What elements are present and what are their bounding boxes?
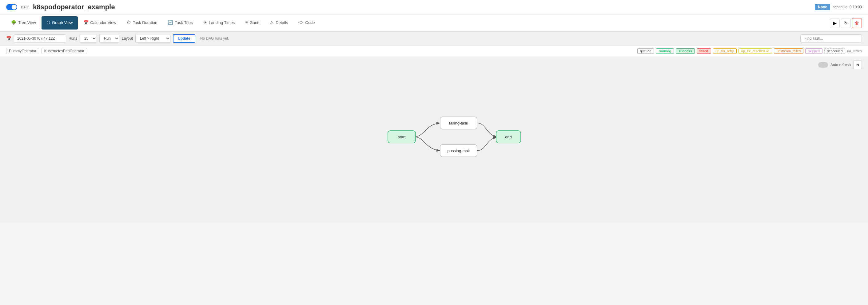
task-tries-icon: 🔄 [167,20,173,25]
tab-details[interactable]: ⚠ Details [265,16,293,30]
delete-dag-button[interactable]: 🗑 [852,18,862,28]
tab-tree-view-label: Tree View [18,20,36,25]
status-success[interactable]: success [676,48,694,54]
details-icon: ⚠ [270,20,274,25]
operator-tags: DummyOperator KubernetesPodOperator [6,48,87,54]
status-queued[interactable]: queued [637,48,654,54]
update-button[interactable]: Update [173,34,195,43]
node-end-label: end [505,135,512,139]
status-up-for-reschedule[interactable]: up_for_reschedule [739,48,772,54]
toolbar: 📅 Runs 25 Run Layout Left > Right Top > … [0,32,868,45]
edge-failing-end [477,123,497,137]
legend-row: DummyOperator KubernetesPodOperator queu… [0,45,868,57]
auto-refresh-toggle[interactable] [818,62,828,68]
header: DAG: k8spodoperator_example None schedul… [0,0,868,14]
edge-passing-end [477,137,497,151]
status-running[interactable]: running [656,48,674,54]
run-dag-button[interactable]: ▶ [830,18,840,28]
graph-controls: Auto-refresh ↻ [818,61,862,69]
dag-graph-svg: start failing-task passing-task end [308,69,560,204]
gantt-icon: ≡ [245,20,248,25]
graph-refresh-button[interactable]: ↻ [853,61,862,69]
operator-tag-k8s[interactable]: KubernetesPodOperator [41,48,87,54]
tab-gantt[interactable]: ≡ Gantt [240,16,264,30]
tab-calendar-view[interactable]: 📅 Calendar View [79,16,121,30]
node-start-label: start [398,135,406,139]
tab-tree-view[interactable]: 🌳 Tree View [6,16,41,30]
header-left: DAG: k8spodoperator_example [6,3,115,11]
nav-actions: ▶ ↻ 🗑 [830,18,862,28]
tab-details-label: Details [276,20,288,25]
calendar-icon: 📅 [83,20,89,25]
dag-svg-container: start failing-task passing-task end [0,57,868,223]
tab-landing-times-label: Landing Times [209,20,235,25]
edge-start-passing [414,137,440,151]
schedule-label: schedule: 0:10:00 [833,5,862,9]
date-input[interactable] [14,34,66,42]
runs-select[interactable]: 25 [80,34,97,43]
node-failing-task-label: failing-task [449,121,468,126]
task-duration-icon: ⏱ [127,20,131,25]
node-passing-task-label: passing-task [447,148,470,153]
nav-bar: 🌳 Tree View ⬡ Graph View 📅 Calendar View… [0,14,868,32]
status-upstream-failed[interactable]: upstream_failed [774,48,803,54]
calendar-icon-toolbar: 📅 [6,36,11,41]
none-badge[interactable]: None [815,4,830,10]
graph-icon: ⬡ [46,20,50,25]
tab-task-tries[interactable]: 🔄 Task Tries [163,16,198,30]
landing-times-icon: ✈ [203,20,207,25]
layout-select[interactable]: Left > Right Top > Bottom [135,34,170,43]
status-scheduled[interactable]: scheduled [824,48,845,54]
tab-graph-view[interactable]: ⬡ Graph View [41,16,78,30]
status-no-status: no_status [847,49,862,53]
operator-tag-dummy[interactable]: DummyOperator [6,48,39,54]
status-skipped[interactable]: skipped [805,48,823,54]
tab-landing-times[interactable]: ✈ Landing Times [198,16,240,30]
layout-label: Layout [122,36,133,41]
auto-refresh-label: Auto-refresh [831,63,851,67]
tab-calendar-view-label: Calendar View [90,20,116,25]
find-task-input[interactable] [800,34,862,42]
edge-start-failing [414,123,440,137]
run-select[interactable]: Run [99,34,119,43]
tab-task-duration[interactable]: ⏱ Task Duration [122,16,162,30]
no-runs-text: No DAG runs yet. [200,36,229,41]
tab-gantt-label: Gantt [250,20,259,25]
dag-name: k8spodoperator_example [33,3,115,11]
tab-code-label: Code [305,20,315,25]
status-badges: queued running success failed up_for_ret… [637,48,862,54]
refresh-dag-button[interactable]: ↻ [841,18,851,28]
status-failed[interactable]: failed [697,48,711,54]
tab-graph-view-label: Graph View [52,20,73,25]
code-icon: <> [298,20,303,25]
dag-toggle[interactable] [6,4,17,10]
tree-icon: 🌳 [11,20,16,25]
tab-task-tries-label: Task Tries [175,20,193,25]
nav-tabs: 🌳 Tree View ⬡ Graph View 📅 Calendar View… [6,14,320,31]
dag-label: DAG: [21,5,29,9]
runs-label: Runs [69,36,77,41]
tab-task-duration-label: Task Duration [133,20,157,25]
status-up-for-retry[interactable]: up_for_retry [713,48,737,54]
header-right: None schedule: 0:10:00 [815,4,862,10]
graph-area: Auto-refresh ↻ start failing-tas [0,57,868,223]
tab-code[interactable]: <> Code [293,16,319,30]
